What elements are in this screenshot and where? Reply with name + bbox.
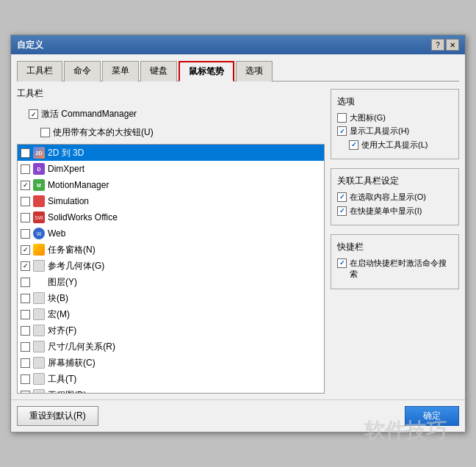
shortcut-title: 快捷栏 — [337, 241, 452, 253]
options-title: 选项 — [337, 95, 452, 108]
large-tooltip-checkbox[interactable] — [349, 140, 358, 150]
tab-toolbar[interactable]: 工具栏 — [17, 61, 62, 82]
item-checkbox[interactable] — [21, 294, 30, 303]
text-btn-label: 使用带有文本的大按钮(U) — [53, 126, 154, 139]
item-checkbox[interactable]: ✓ — [21, 261, 30, 271]
item-icon — [33, 308, 45, 320]
item-checkbox[interactable]: ✓ — [21, 181, 30, 190]
item-label: 参考几何体(G) — [48, 260, 104, 272]
item-icon — [33, 341, 45, 352]
item-icon: D — [33, 163, 45, 175]
item-icon: M — [33, 179, 45, 191]
list-item[interactable]: 块(B) — [18, 290, 324, 306]
toolbar-section-label: 工具栏 — [17, 87, 325, 100]
item-checkbox[interactable] — [21, 342, 30, 352]
item-label: 尺寸/几何关系(R) — [48, 341, 115, 353]
item-checkbox[interactable] — [21, 213, 30, 222]
item-checkbox[interactable] — [21, 229, 30, 239]
tab-options[interactable]: 选项 — [236, 61, 273, 82]
main-area: 工具栏 ✓ 激活 CommandManager 使用带有文本的大按钮(U) — [17, 82, 459, 394]
item-label: 宏(M) — [48, 308, 70, 321]
item-checkbox[interactable] — [21, 148, 30, 158]
show-menu-row: 在快捷菜单中显示(I) — [337, 206, 452, 217]
tab-command[interactable]: 命令 — [64, 61, 101, 82]
large-icon-checkbox[interactable] — [337, 113, 347, 123]
item-label: 工程图(D) — [48, 389, 87, 394]
list-item[interactable]: 工具(T) — [18, 371, 324, 387]
list-item[interactable]: SW SolidWorks Office — [18, 209, 324, 225]
item-checkbox[interactable] — [21, 164, 30, 174]
tab-mouse[interactable]: 鼠标笔势 — [178, 61, 234, 82]
toolbar-list: 2D 2D 到 3D D DimXpert ✓ M — [18, 145, 324, 394]
item-label: 屏幕捕获(C) — [48, 357, 95, 369]
related-section: 关联工具栏设定 在选取内容上显示(O) 在快捷菜单中显示(I) — [331, 168, 459, 225]
item-checkbox[interactable] — [21, 278, 30, 287]
item-label: MotionManager — [48, 180, 109, 190]
item-icon: SW — [33, 211, 45, 223]
tab-menu[interactable]: 菜单 — [102, 61, 139, 82]
item-icon — [33, 357, 45, 369]
item-checkbox[interactable] — [21, 391, 30, 394]
item-label: Simulation — [48, 196, 89, 206]
item-checkbox[interactable]: ✓ — [21, 245, 30, 255]
show-tooltip-checkbox[interactable] — [337, 126, 347, 136]
list-item[interactable]: 工程图(D) — [18, 387, 324, 394]
list-item[interactable]: 宏(M) — [18, 306, 324, 322]
options-section: 选项 大图标(G) 显示工具提示(H) 使用大工具提示(L) — [331, 89, 459, 159]
related-title: 关联工具栏设定 — [337, 175, 452, 187]
item-label: 工具(T) — [48, 373, 76, 385]
show-select-checkbox[interactable] — [337, 192, 347, 202]
activate-commander-checkbox[interactable]: ✓ — [29, 109, 38, 119]
list-item[interactable]: 对齐(F) — [18, 322, 324, 339]
list-item[interactable]: Simulation — [18, 193, 324, 209]
help-button[interactable]: ? — [431, 39, 444, 51]
item-icon — [33, 276, 45, 288]
item-label: 2D 到 3D — [48, 147, 84, 159]
activate-commander-row: ✓ 激活 CommandManager — [29, 107, 325, 121]
bottom-bar: 重设到默认(R) 确定 — [11, 399, 465, 432]
activate-search-row: 在启动快捷栏时激活命令搜索 — [337, 258, 452, 280]
list-item[interactable]: D DimXpert — [18, 161, 324, 177]
list-item[interactable]: 图层(Y) — [18, 274, 324, 290]
item-icon: W — [33, 228, 45, 239]
title-bar: 自定义 ? ✕ — [11, 35, 465, 54]
ok-button[interactable]: 确定 — [405, 406, 459, 426]
list-item[interactable]: 尺寸/几何关系(R) — [18, 339, 324, 355]
item-checkbox[interactable] — [21, 358, 30, 368]
activate-search-label: 在启动快捷栏时激活命令搜索 — [350, 258, 452, 280]
toolbar-list-container[interactable]: 2D 2D 到 3D D DimXpert ✓ M — [17, 144, 325, 394]
item-icon — [33, 195, 45, 207]
activate-commander-label: 激活 CommandManager — [41, 108, 137, 120]
item-icon — [33, 260, 45, 272]
reset-button[interactable]: 重设到默认(R) — [17, 406, 98, 426]
list-item[interactable]: ✓ M MotionManager — [18, 177, 324, 193]
text-btn-checkbox[interactable] — [40, 128, 50, 137]
item-icon — [33, 244, 45, 256]
list-item[interactable]: 2D 2D 到 3D — [18, 145, 324, 161]
item-label: 图层(Y) — [48, 276, 77, 289]
item-checkbox[interactable] — [21, 326, 30, 336]
item-icon — [33, 292, 45, 304]
show-select-row: 在选取内容上显示(O) — [337, 192, 452, 203]
list-item[interactable]: W Web — [18, 225, 324, 242]
list-item[interactable]: ✓ 任务窗格(N) — [18, 242, 324, 258]
item-checkbox[interactable] — [21, 197, 30, 206]
show-menu-checkbox[interactable] — [337, 206, 347, 216]
activate-search-checkbox[interactable] — [337, 258, 347, 268]
show-menu-label: 在快捷菜单中显示(I) — [350, 206, 422, 217]
large-tooltip-label: 使用大工具提示(L) — [361, 140, 428, 151]
close-button[interactable]: ✕ — [446, 39, 459, 51]
tab-keyboard[interactable]: 键盘 — [140, 61, 177, 82]
item-checkbox[interactable] — [21, 310, 30, 319]
item-checkbox[interactable] — [21, 374, 30, 384]
item-icon: 2D — [33, 147, 45, 159]
list-item[interactable]: 屏幕捕获(C) — [18, 355, 324, 371]
show-select-label: 在选取内容上显示(O) — [350, 192, 426, 203]
list-item[interactable]: ✓ 参考几何体(G) — [18, 258, 324, 274]
left-panel: 工具栏 ✓ 激活 CommandManager 使用带有文本的大按钮(U) — [17, 87, 325, 394]
text-btn-row: 使用带有文本的大按钮(U) — [40, 126, 325, 140]
right-panel: 选项 大图标(G) 显示工具提示(H) 使用大工具提示(L) — [331, 87, 459, 394]
large-icon-row: 大图标(G) — [337, 112, 452, 123]
item-label: 对齐(F) — [48, 325, 76, 337]
item-icon — [33, 389, 45, 394]
